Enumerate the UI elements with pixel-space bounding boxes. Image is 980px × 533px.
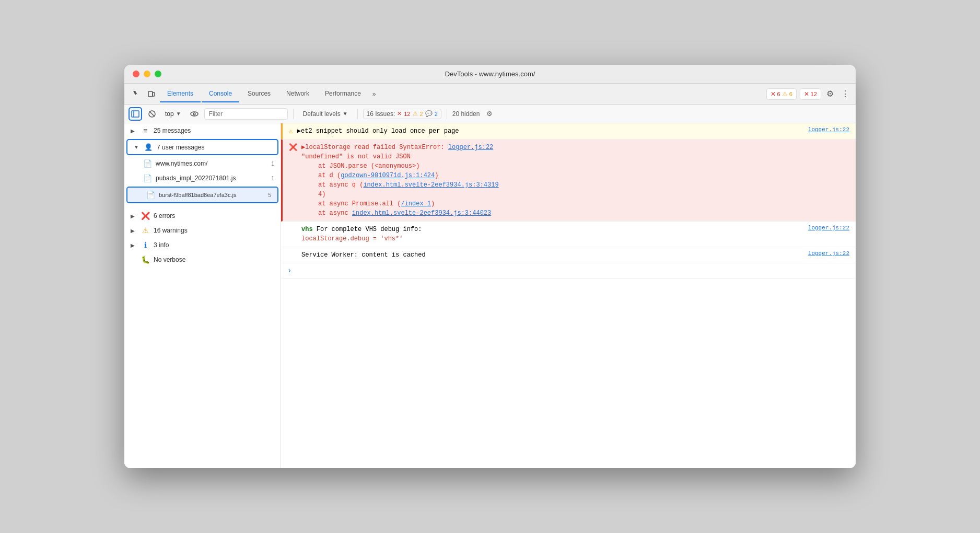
tab-performance[interactable]: Performance [318,86,368,102]
sidebar-item-pubads[interactable]: 📄 pubads_impl_2022071801.js 1 [124,171,281,186]
file-icon2: 📄 [143,174,151,182]
error-line7: at async Promise.all (/index 1) [301,199,849,208]
error-line6: 4) [301,190,849,199]
nytimes-label: www.nytimes.com/ [156,160,207,167]
issue-error-icon: ✕ [397,110,402,117]
console-toolbar: top ▼ Default levels ▼ 16 Issues: ✕ 12 ⚠ [124,105,856,123]
vhs-text: For complete VHS debug info: [317,226,422,233]
console-prompt[interactable]: › [281,263,856,279]
errors-badge[interactable]: ✕ 6 ⚠ 6 [766,88,797,100]
spacer [124,204,281,208]
vhs-label: vhs [301,226,313,233]
vhs-source[interactable]: logger.js:22 [808,225,849,231]
error-line8: at async index.html.svelte-2eef3934.js:3… [301,208,849,218]
top-label: top [165,110,174,118]
errors-count: 6 [777,91,780,97]
warning-triangle-icon: ⚠ [782,90,788,98]
device-icon[interactable] [144,87,159,101]
traffic-lights [133,71,161,77]
levels-arrow-icon: ▼ [343,111,348,117]
console-entry-vhs: vhs For complete VHS debug info: localSt… [281,222,856,247]
maximize-button[interactable] [155,71,161,77]
arrow-down-icon: ▼ [134,144,140,150]
tab-sources[interactable]: Sources [240,86,278,102]
arrow-icon: ▶ [131,128,137,134]
more-menu-icon[interactable]: ⋮ [839,87,851,101]
nytimes-count: 1 [271,160,274,167]
sidebar-item-nytimes[interactable]: 📄 www.nytimes.com/ 1 [124,156,281,171]
info-circle-icon: ℹ [141,241,149,249]
issues-text: 16 Issues: [367,110,395,118]
svg-rect-2 [132,111,139,117]
sidebar-item-25messages[interactable]: ▶ ≡ 25 messages [124,123,281,138]
issues-badge[interactable]: ✕ 12 [800,88,821,100]
errors-label: 6 errors [154,212,175,219]
warning-source[interactable]: logger.js:22 [808,126,849,133]
svg-point-6 [191,112,198,116]
pubads-label: pubads_impl_2022071801.js [156,175,236,182]
issues-warnings-count: 2 [420,111,423,117]
svg-line-5 [149,111,155,117]
user-messages-group: ▼ 👤 7 user messages [126,139,278,155]
burst-file-selected[interactable]: 📄 burst-f9baff81bad8ea7efa3c.js 5 [126,187,278,203]
console-input[interactable] [296,266,849,274]
sw-source[interactable]: logger.js:22 [808,250,849,257]
svelte-link2[interactable]: index.html.svelte-2eef3934.js:3:44023 [352,210,491,217]
error-x-icon: ✕ [771,90,776,98]
pubads-count: 1 [271,175,274,181]
toolbar-gear-icon[interactable]: ⚙ [483,107,496,121]
error-icon: ❌ [289,143,297,152]
svg-point-7 [193,113,195,115]
sidebar-item-burst[interactable]: 📄 burst-f9baff81bad8ea7efa3c.js 5 [127,188,277,202]
tab-elements[interactable]: Elements [160,86,201,102]
block-icon[interactable] [145,107,159,121]
user-messages-label: 7 user messages [157,144,204,151]
settings-icon[interactable]: ⚙ [824,87,836,101]
dropdown-arrow-icon: ▼ [176,111,181,117]
console-entry-error: ❌ ▶localStorage read failed SyntaxError:… [281,140,856,222]
levels-dropdown[interactable]: Default levels ▼ [299,109,352,119]
warnings-label: 16 warnings [154,227,188,234]
error-line4: at d (godzown-9010971d.js:1:424) [301,171,849,180]
console-panel: ⚠ ▶et2 snippet should only load once per… [281,123,856,468]
error-line2: "undefined" is not valid JSON [301,152,849,161]
sidebar-item-warnings[interactable]: ▶ ⚠ 16 warnings [124,223,281,238]
svelte-link1[interactable]: index.html.svelte-2eef3934.js:3:4319 [363,181,498,189]
list-icon: ≡ [141,126,149,135]
warning-triangle-icon2: ⚠ [141,226,149,235]
context-selector[interactable]: top ▼ [162,107,184,121]
file-icon: 📄 [143,159,151,168]
more-tabs-button[interactable]: » [369,88,379,100]
sidebar-item-errors[interactable]: ▶ ❌ 6 errors [124,208,281,223]
tab-bar-right: ✕ 6 ⚠ 6 ✕ 12 ⚙ ⋮ [766,87,852,101]
tab-console[interactable]: Console [202,86,239,102]
godzown-link[interactable]: godzown-9010971d.js:1:424 [341,172,435,179]
burst-label: burst-f9baff81bad8ea7efa3c.js [159,192,236,198]
levels-label: Default levels [303,110,341,118]
eye-icon[interactable] [188,107,201,121]
inspect-icon[interactable] [129,87,143,101]
user-icon: 👤 [144,143,153,151]
issues-count: 12 [811,91,817,97]
issues-section[interactable]: 16 Issues: ✕ 12 ⚠ 2 💬 2 [363,109,441,119]
issues-error-icon: ✕ [804,90,809,98]
sidebar-toggle-button[interactable] [129,107,142,121]
title-bar: DevTools - www.nytimes.com/ [124,65,856,84]
filter-input[interactable] [204,108,288,120]
close-button[interactable] [133,71,139,77]
tab-network[interactable]: Network [279,86,317,102]
error-content: ▶localStorage read failed SyntaxError: l… [301,143,849,218]
sidebar-item-verbose[interactable]: 🐛 No verbose [124,252,281,267]
minimize-button[interactable] [144,71,150,77]
sidebar-item-info[interactable]: ▶ ℹ 3 info [124,238,281,252]
devtools-window: DevTools - www.nytimes.com/ Elements Con… [124,65,856,468]
logger-link1[interactable]: logger.js:22 [448,144,493,151]
issue-info-icon: 💬 [425,110,433,117]
index-link[interactable]: /index 1 [401,200,431,207]
warning-text: ▶et2 snippet should only load once per p… [297,128,459,135]
sidebar-item-usermessages[interactable]: ▼ 👤 7 user messages [127,140,277,154]
sw-content: Service Worker: content is cached [301,250,804,260]
messages-label: 25 messages [154,127,191,134]
main-content: ▶ ≡ 25 messages ▼ 👤 7 user messages 📄 ww… [124,123,856,468]
divider2 [357,109,358,119]
